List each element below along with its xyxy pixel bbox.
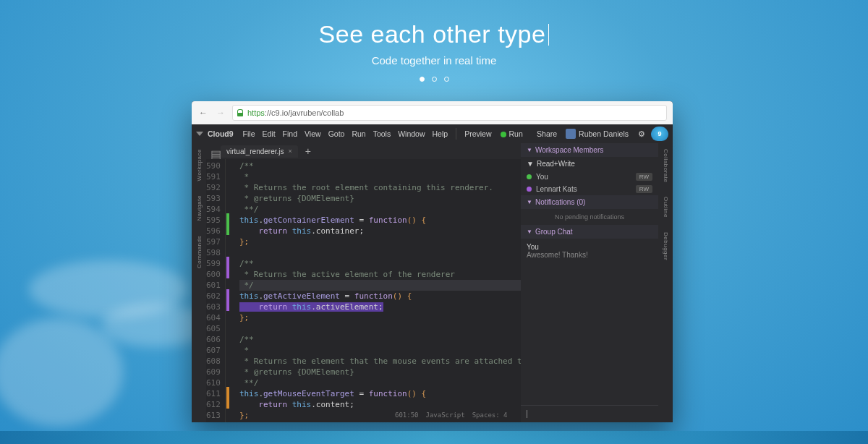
- notifications-header[interactable]: ▼Notifications (0): [521, 195, 658, 209]
- carousel-dots: [0, 77, 868, 82]
- menu-file[interactable]: File: [239, 129, 259, 138]
- menu-run[interactable]: Run: [348, 129, 369, 138]
- code-line[interactable]: *: [239, 345, 521, 356]
- file-icon: ▤: [210, 148, 218, 155]
- menu-view[interactable]: View: [301, 129, 325, 138]
- app-window: ← → https://c9.io/javruben/collab Cloud9…: [192, 101, 673, 422]
- tab-bar: ▤ virtual_renderer.js × +: [206, 143, 521, 159]
- close-icon[interactable]: ×: [288, 148, 292, 155]
- code-line[interactable]: return this.activeElement;: [239, 302, 521, 312]
- new-tab-button[interactable]: +: [301, 145, 315, 157]
- notifications-body: No pending notifications: [521, 209, 658, 225]
- hero-subtitle: Code together in real time: [0, 54, 868, 67]
- menu-user[interactable]: Ruben Daniels: [562, 129, 632, 139]
- member-name: You: [536, 173, 631, 181]
- browser-bar: ← → https://c9.io/javruben/collab: [192, 101, 673, 124]
- presence-dot-icon: [527, 174, 532, 179]
- permission-badge[interactable]: RW: [636, 185, 652, 193]
- code-line[interactable]: };: [239, 312, 521, 323]
- chat-message: YouAwesome! Thanks!: [527, 243, 652, 259]
- dropdown-icon[interactable]: [196, 132, 203, 136]
- carousel-dot[interactable]: [420, 77, 425, 82]
- file-tab-label: virtual_renderer.js: [226, 148, 284, 155]
- url-bar[interactable]: https://c9.io/javruben/collab: [232, 105, 667, 121]
- rail-collaborate[interactable]: Collaborate: [663, 149, 669, 182]
- chat-input[interactable]: [521, 405, 658, 422]
- code-line[interactable]: return this.container;: [239, 226, 521, 236]
- play-icon: [501, 132, 506, 137]
- code-line[interactable]: };: [239, 236, 521, 247]
- footer-strip: [0, 431, 868, 444]
- permission-badge[interactable]: RW: [636, 173, 652, 181]
- menu-run[interactable]: Run: [497, 129, 527, 138]
- code-line[interactable]: **/: [239, 377, 521, 388]
- code-line[interactable]: * @returns {DOMElement}: [239, 193, 521, 204]
- gear-icon[interactable]: ⚙: [638, 129, 645, 138]
- presence-dot-icon: [527, 187, 532, 192]
- carousel-dot[interactable]: [444, 77, 449, 82]
- left-rail: WorkspaceNavigateCommands: [192, 143, 206, 422]
- menu-tools[interactable]: Tools: [370, 129, 395, 138]
- file-tab[interactable]: virtual_renderer.js ×: [221, 145, 298, 158]
- cursor-position: 601:50: [395, 410, 419, 421]
- code-line[interactable]: * Returns the root element containing th…: [239, 182, 521, 193]
- hero-title: See each other type: [0, 20, 868, 48]
- avatar-icon: [566, 129, 576, 139]
- menu-bar: Cloud9 FileEditFindViewGotoRunToolsWindo…: [192, 124, 673, 143]
- hero: See each other type Code together in rea…: [0, 0, 868, 82]
- member-row[interactable]: Lennart KatsRW: [521, 183, 658, 195]
- chat-header[interactable]: ▼Group Chat: [521, 225, 658, 239]
- right-rail: CollaborateOutlineDebugger: [658, 143, 673, 422]
- carousel-dot[interactable]: [432, 77, 437, 82]
- code-line[interactable]: return this.content;: [239, 399, 521, 410]
- menu-preview[interactable]: Preview: [461, 129, 495, 138]
- brand[interactable]: Cloud9: [208, 129, 234, 138]
- status-bar: 601:50 JavaScript Spaces: 4: [395, 410, 507, 421]
- code-line[interactable]: [239, 421, 521, 422]
- hero-cursor-icon: [548, 24, 549, 46]
- code-line[interactable]: *: [239, 171, 521, 182]
- member-row[interactable]: YouRW: [521, 171, 658, 183]
- rail-debugger[interactable]: Debugger: [663, 232, 669, 260]
- code-editor[interactable]: 5905915925935945955965975985996006016026…: [206, 159, 521, 422]
- menu-goto[interactable]: Goto: [325, 129, 349, 138]
- code-line[interactable]: **/: [239, 204, 521, 215]
- collab-panel: ▼Workspace Members ▼Read+Write YouRWLenn…: [521, 143, 658, 422]
- readwrite-header[interactable]: ▼Read+Write: [521, 157, 658, 171]
- member-name: Lennart Kats: [536, 185, 631, 193]
- code-line[interactable]: [239, 323, 521, 334]
- menu-share[interactable]: Share: [533, 129, 561, 138]
- code-line[interactable]: /**: [239, 334, 521, 345]
- members-header[interactable]: ▼Workspace Members: [521, 143, 658, 157]
- chat-body: YouAwesome! Thanks!: [521, 239, 658, 405]
- rail-workspace[interactable]: Workspace: [196, 149, 203, 181]
- forward-button[interactable]: →: [215, 108, 226, 118]
- lock-icon: [237, 109, 243, 116]
- code-line[interactable]: * Returns the element that the mouse eve…: [239, 356, 521, 367]
- editor-area: ▤ virtual_renderer.js × + 59059159259359…: [206, 143, 521, 422]
- menu-help[interactable]: Help: [429, 129, 452, 138]
- menu-find[interactable]: Find: [279, 129, 301, 138]
- code-line[interactable]: */: [239, 280, 521, 291]
- menu-window[interactable]: Window: [394, 129, 428, 138]
- code-line[interactable]: * Returns the active element of the rend…: [239, 269, 521, 280]
- code-line[interactable]: this.getActiveElement = function() {: [239, 291, 521, 302]
- rail-navigate[interactable]: Navigate: [196, 195, 203, 221]
- rail-outline[interactable]: Outline: [663, 197, 669, 218]
- code-line[interactable]: * @returns {DOMElement}: [239, 367, 521, 377]
- line-gutter: 5905915925935945955965975985996006016026…: [206, 159, 226, 422]
- rail-commands[interactable]: Commands: [196, 236, 203, 268]
- language-mode[interactable]: JavaScript: [426, 410, 465, 421]
- code-line[interactable]: /**: [239, 161, 521, 171]
- code-line[interactable]: this.getContainerElement = function() {: [239, 215, 521, 226]
- cloud9-badge-icon[interactable]: 9: [651, 127, 668, 141]
- back-button[interactable]: ←: [197, 108, 209, 118]
- code-line[interactable]: this.getMouseEventTarget = function() {: [239, 388, 521, 399]
- code-line[interactable]: [239, 247, 521, 258]
- code-line[interactable]: /**: [239, 258, 521, 269]
- indent-setting[interactable]: Spaces: 4: [472, 410, 508, 421]
- menu-edit[interactable]: Edit: [259, 129, 279, 138]
